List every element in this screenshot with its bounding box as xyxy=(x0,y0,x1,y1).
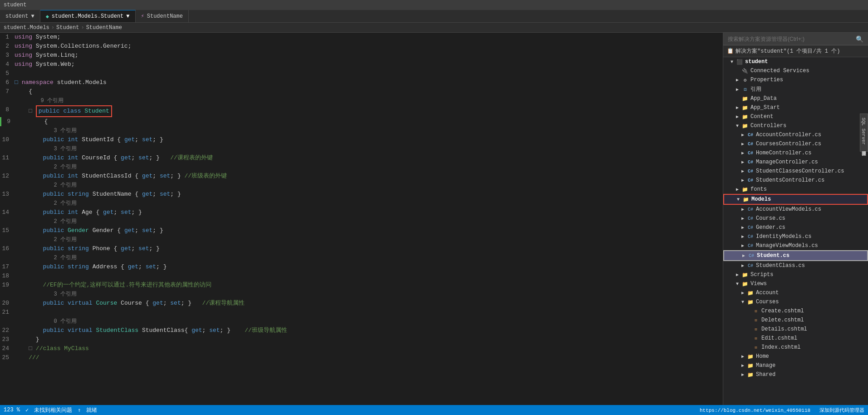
se-item-manage-folder[interactable]: ▶ 📁 Manage xyxy=(723,361,868,370)
status-url: https://blog.csdn.net/weixin_40550118 xyxy=(700,408,810,413)
folder-icon-manage: 📁 xyxy=(747,362,754,369)
se-item-gender-cs[interactable]: ▶ C# Gender.cs xyxy=(723,223,868,232)
se-item-scc[interactable]: ▶ C# StudentClassesController.cs xyxy=(723,167,868,176)
arrow-mvm: ▶ xyxy=(741,243,747,248)
se-item-properties[interactable]: ▶ ⚙ Properties xyxy=(723,75,868,84)
se-item-index-cshtml[interactable]: ⊞ Index.cshtml xyxy=(723,343,868,352)
code-line-hint-0: 0 个引用 xyxy=(0,317,723,326)
folder-icon-views: 📁 xyxy=(741,280,749,287)
se-item-manage-controller[interactable]: ▶ C# ManageController.cs xyxy=(723,158,868,167)
code-line-3: 3 using System.Linq; xyxy=(0,51,723,60)
arrow-scripts: ▶ xyxy=(736,272,741,277)
se-item-accountviewmodels[interactable]: ▶ C# AccountViewModels.cs xyxy=(723,205,868,214)
folder-icon-controllers: 📁 xyxy=(741,122,749,129)
ref-icon: ⧈ xyxy=(741,86,749,93)
arrow-cc: ▶ xyxy=(741,141,747,147)
se-item-courses-folder[interactable]: ▼ 📁 Courses xyxy=(723,297,868,306)
cs-icon-ac: C# xyxy=(747,131,754,138)
code-line-24: 24 □ //class MyClass xyxy=(0,344,723,353)
se-item-views[interactable]: ▼ 📁 Views xyxy=(723,279,868,288)
arrow-manage-folder: ▶ xyxy=(741,363,747,368)
status-bar: 123 % ✓ 未找到相关问题 ⇑ 就绪 https://blog.csdn.n… xyxy=(0,405,868,415)
se-item-models[interactable]: ▼ 📁 Models xyxy=(723,194,868,205)
se-item-studentclass-cs[interactable]: ▶ C# StudentClass.cs xyxy=(723,261,868,270)
se-item-app-data[interactable]: 📁 App_Data xyxy=(723,94,868,103)
tab-student-label: student xyxy=(5,13,28,20)
title-bar: student xyxy=(0,0,868,10)
code-editor[interactable]: 1 using System; 2 using System.Collectio… xyxy=(0,33,723,405)
code-line-23: 23 } xyxy=(0,335,723,344)
se-item-edit-cshtml[interactable]: ⊞ Edit.cshtml xyxy=(723,334,868,343)
se-item-home-folder[interactable]: ▶ 📁 Home xyxy=(723,352,868,361)
code-line-19: 19 //EF的一个约定,这样可以通过.符号来进行其他表的属性的访问 xyxy=(0,281,723,290)
breadcrumb-sep1: › xyxy=(51,25,54,31)
cs-icon-mvm: C# xyxy=(747,242,754,249)
tab-studentname-icon: ⚡ xyxy=(141,13,144,20)
se-item-studentscontroller[interactable]: ▶ C# StudentsController.cs xyxy=(723,176,868,185)
se-label-hc: HomeController.cs xyxy=(756,150,811,156)
se-item-delete-cshtml[interactable]: ⊞ Delete.cshtml xyxy=(723,316,868,325)
tab-studentname[interactable]: ⚡ StudentName xyxy=(136,10,189,22)
se-label-courses-folder: Courses xyxy=(756,299,779,305)
se-label-identity: IdentityModels.cs xyxy=(756,233,811,240)
se-label-cc: CoursesController.cs xyxy=(756,141,821,147)
se-item-courses-controller[interactable]: ▶ C# CoursesController.cs xyxy=(723,139,868,148)
code-line-20: 20 public virtual Course Course { get; s… xyxy=(0,299,723,308)
se-item-create-cshtml[interactable]: ⊞ Create.cshtml xyxy=(723,306,868,316)
tab-models-label: student.Models.Student xyxy=(52,13,123,20)
code-line-4: 4 using System.Web; xyxy=(0,60,723,69)
se-item-fonts[interactable]: ▶ 📁 fonts xyxy=(723,185,868,194)
arrow-mc: ▶ xyxy=(741,159,747,165)
sql-server-tab[interactable]: SQL Server 资源管理器 xyxy=(860,114,868,152)
code-line-7: 7 { xyxy=(0,87,723,96)
code-line-9: 9 { xyxy=(0,117,723,126)
se-search-input[interactable] xyxy=(726,35,852,43)
se-item-references[interactable]: ▶ ⧈ 引用 xyxy=(723,84,868,94)
arrow-fonts: ▶ xyxy=(736,187,741,192)
cs-icon-student: C# xyxy=(748,252,755,259)
se-item-controllers[interactable]: ▼ 📁 Controllers xyxy=(723,121,868,130)
cs-icon-identity: C# xyxy=(747,233,754,240)
se-item-shared-folder[interactable]: ▶ 📁 Shared xyxy=(723,370,868,379)
plug-icon: 🔌 xyxy=(741,67,749,74)
se-label-references: 引用 xyxy=(750,85,761,93)
code-line-hint-2d: 2 个引用 xyxy=(0,217,723,226)
folder-icon-account: 📁 xyxy=(747,289,754,296)
tab-student[interactable]: student ▼ xyxy=(0,10,40,22)
se-item-account-controller[interactable]: ▶ C# AccountController.cs xyxy=(723,130,868,139)
status-no-issues: 未找到相关问题 xyxy=(34,406,72,414)
se-item-identitymodels[interactable]: ▶ C# IdentityModels.cs xyxy=(723,232,868,241)
folder-icon-fonts: 📁 xyxy=(741,186,749,193)
se-label-models: Models xyxy=(751,196,771,203)
se-item-account-folder[interactable]: ▶ 📁 Account xyxy=(723,288,868,297)
se-label-student-cs: Student.cs xyxy=(757,252,790,259)
tab-dropdown-arrow2: ▼ xyxy=(126,13,129,20)
se-item-student[interactable]: ▼ ⬛ student xyxy=(723,57,868,66)
arrow-sc: ▶ xyxy=(741,178,747,183)
se-label-mc: ManageController.cs xyxy=(756,159,818,165)
se-item-manageviewmodels[interactable]: ▶ C# ManageViewModels.cs xyxy=(723,241,868,250)
cs-icon-hc: C# xyxy=(747,149,754,157)
code-line-25: 25 /// xyxy=(0,353,723,362)
se-tree[interactable]: ▼ ⬛ student 🔌 Connected Services ▶ ⚙ Pro… xyxy=(723,57,868,405)
tab-student-models-student[interactable]: ◆ student.Models.Student ▼ xyxy=(40,10,136,22)
arrow-views: ▼ xyxy=(736,282,741,287)
folder-icon-shared: 📁 xyxy=(747,371,754,378)
arrow-connected xyxy=(736,69,741,74)
code-line-5: 5 xyxy=(0,69,723,78)
editor-content[interactable]: 1 using System; 2 using System.Collectio… xyxy=(0,33,723,405)
se-item-scripts[interactable]: ▶ 📁 Scripts xyxy=(723,270,868,279)
code-line-hint-3a: 3 个引用 xyxy=(0,126,723,135)
arrow-scc: ▶ xyxy=(741,168,747,174)
se-item-student-cs[interactable]: ▶ C# Student.cs xyxy=(723,250,868,261)
se-item-app-start[interactable]: ▶ 📁 App_Start xyxy=(723,103,868,112)
se-search-button[interactable]: 🔍 xyxy=(854,35,865,44)
se-item-details-cshtml[interactable]: ⊞ Details.cshtml xyxy=(723,325,868,334)
se-item-course-cs[interactable]: ▶ C# Course.cs xyxy=(723,214,868,223)
cs-icon-studentclass: C# xyxy=(747,262,754,269)
code-line-21: 21 xyxy=(0,308,723,317)
se-item-home-controller[interactable]: ▶ C# HomeController.cs xyxy=(723,148,868,158)
se-item-content[interactable]: ▶ 📁 Content xyxy=(723,112,868,121)
se-item-connected-services[interactable]: 🔌 Connected Services xyxy=(723,66,868,75)
arrow-app-start: ▶ xyxy=(736,105,741,110)
